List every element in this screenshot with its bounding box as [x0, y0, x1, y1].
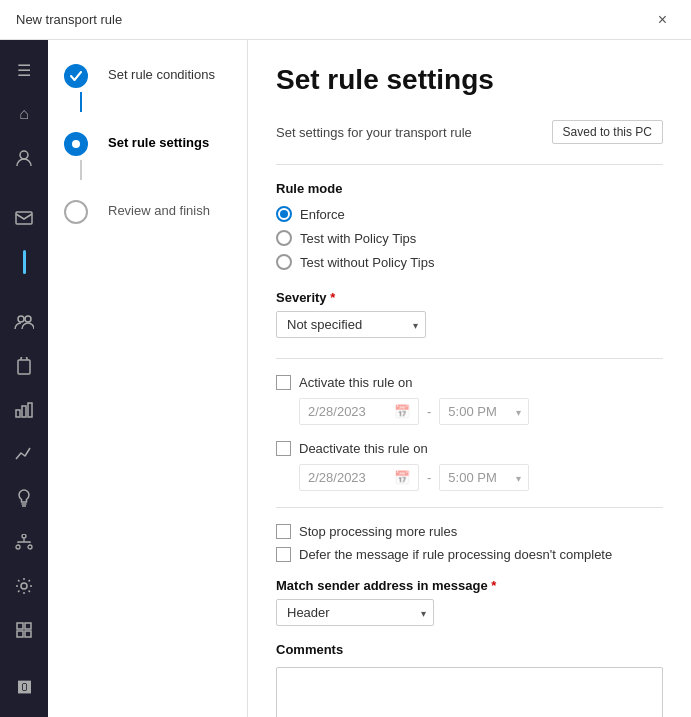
defer-message-checkbox[interactable] [276, 547, 291, 562]
radio-test-with-tips-label: Test with Policy Tips [300, 231, 416, 246]
stop-processing-checkbox[interactable] [276, 524, 291, 539]
radio-circle-test-tips [276, 230, 292, 246]
activate-time-wrapper: 5:00 PM ▾ [439, 398, 529, 425]
clipboard-icon[interactable] [4, 346, 44, 386]
close-button[interactable]: × [650, 7, 675, 33]
deactivate-calendar-icon: 📅 [394, 470, 410, 485]
svg-rect-4 [18, 360, 30, 374]
lightbulb-icon[interactable] [4, 478, 44, 518]
radio-enforce[interactable]: Enforce [276, 206, 663, 222]
activate-time-select[interactable]: 5:00 PM [439, 398, 529, 425]
wizard-step-review: Review and finish [64, 200, 231, 224]
title-bar: New transport rule × [0, 0, 691, 40]
office-icon[interactable]: 🅾 [4, 667, 44, 707]
step-label-settings: Set rule settings [108, 132, 209, 150]
svg-rect-12 [17, 623, 23, 629]
svg-point-2 [18, 316, 24, 322]
match-sender-select[interactable]: Header Envelope Header or Envelope [276, 599, 434, 626]
saved-badge: Saved to this PC [552, 120, 663, 144]
svg-rect-7 [28, 403, 32, 417]
svg-rect-6 [22, 406, 26, 417]
svg-point-11 [21, 583, 27, 589]
defer-message-label: Defer the message if rule processing doe… [299, 547, 612, 562]
people-icon[interactable] [4, 302, 44, 342]
mail-icon[interactable] [4, 198, 44, 238]
activate-checkbox[interactable] [276, 375, 291, 390]
svg-rect-1 [16, 212, 32, 224]
settings-icon[interactable] [4, 566, 44, 606]
svg-point-8 [22, 534, 26, 538]
deactivate-date-row: 2/28/2023 📅 - 5:00 PM ▾ [276, 464, 663, 491]
deactivate-date-input[interactable]: 2/28/2023 📅 [299, 464, 419, 491]
user-icon[interactable] [4, 138, 44, 178]
wizard-step-settings: Set rule settings [64, 132, 231, 180]
step-indicator-review [64, 200, 88, 224]
stop-processing-row: Stop processing more rules [276, 524, 663, 539]
svg-point-3 [25, 316, 31, 322]
deactivate-time-wrapper: 5:00 PM ▾ [439, 464, 529, 491]
deactivate-checkbox[interactable] [276, 441, 291, 456]
match-sender-section: Match sender address in message * Header… [276, 578, 663, 626]
match-sender-label: Match sender address in message [276, 578, 488, 593]
activate-date-value: 2/28/2023 [308, 404, 366, 419]
step-indicator-conditions [64, 64, 88, 88]
svg-rect-5 [16, 410, 20, 417]
match-sender-asterisk: * [488, 578, 497, 593]
deactivate-date-separator: - [427, 470, 431, 485]
chart-line-icon[interactable] [4, 434, 44, 474]
activate-section: Activate this rule on 2/28/2023 📅 - 5:00… [276, 375, 663, 425]
match-sender-select-wrapper: Header Envelope Header or Envelope ▾ [276, 599, 434, 626]
radio-test-without-tips[interactable]: Test without Policy Tips [276, 254, 663, 270]
radio-circle-no-tips [276, 254, 292, 270]
hamburger-icon[interactable]: ☰ [4, 50, 44, 90]
radio-test-without-tips-label: Test without Policy Tips [300, 255, 434, 270]
divider-3 [276, 507, 663, 508]
subtitle-row: Set settings for your transport rule Sav… [276, 120, 663, 144]
dialog-title: New transport rule [16, 12, 122, 27]
home-icon[interactable]: ⌂ [4, 94, 44, 134]
wizard-step-conditions: Set rule conditions [64, 64, 231, 112]
step-label-review: Review and finish [108, 200, 210, 218]
main-content: Set rule settings Set settings for your … [248, 40, 691, 717]
deactivate-section: Deactivate this rule on 2/28/2023 📅 - 5:… [276, 441, 663, 491]
grid-icon[interactable] [4, 610, 44, 650]
org-chart-icon[interactable] [4, 522, 44, 562]
match-sender-label-container: Match sender address in message * [276, 578, 663, 593]
activate-calendar-icon: 📅 [394, 404, 410, 419]
deactivate-date-value: 2/28/2023 [308, 470, 366, 485]
activate-checkbox-row: Activate this rule on [276, 375, 663, 390]
activate-date-input[interactable]: 2/28/2023 📅 [299, 398, 419, 425]
radio-enforce-label: Enforce [300, 207, 345, 222]
deactivate-time-select[interactable]: 5:00 PM [439, 464, 529, 491]
divider-1 [276, 164, 663, 165]
active-module-indicator [4, 242, 44, 282]
activate-label: Activate this rule on [299, 375, 412, 390]
page-title: Set rule settings [276, 64, 663, 96]
rule-mode-label: Rule mode [276, 181, 663, 196]
stop-processing-label: Stop processing more rules [299, 524, 457, 539]
svg-point-10 [28, 545, 32, 549]
activate-date-row: 2/28/2023 📅 - 5:00 PM ▾ [276, 398, 663, 425]
activate-date-separator: - [427, 404, 431, 419]
radio-test-with-tips[interactable]: Test with Policy Tips [276, 230, 663, 246]
nav-sidebar: ☰ ⌂ [0, 40, 48, 717]
deactivate-checkbox-row: Deactivate this rule on [276, 441, 663, 456]
severity-select[interactable]: Not specified Low Medium High [276, 311, 426, 338]
step-indicator-settings [64, 132, 88, 156]
comments-textarea[interactable] [276, 667, 663, 717]
comments-section: Comments [276, 642, 663, 717]
chart-bar-icon[interactable] [4, 390, 44, 430]
divider-2 [276, 358, 663, 359]
severity-select-wrapper: Not specified Low Medium High ▾ [276, 311, 426, 338]
svg-point-9 [16, 545, 20, 549]
svg-point-0 [20, 151, 28, 159]
svg-rect-13 [25, 623, 31, 629]
wizard-sidebar: Set rule conditions Set rule settings Re… [48, 40, 248, 717]
severity-label: Severity * [276, 290, 663, 305]
comments-label: Comments [276, 642, 663, 657]
severity-section: Severity * Not specified Low Medium High… [276, 290, 663, 338]
step-label-conditions: Set rule conditions [108, 64, 215, 82]
severity-asterisk: * [327, 290, 336, 305]
svg-rect-14 [17, 631, 23, 637]
radio-circle-enforce [276, 206, 292, 222]
